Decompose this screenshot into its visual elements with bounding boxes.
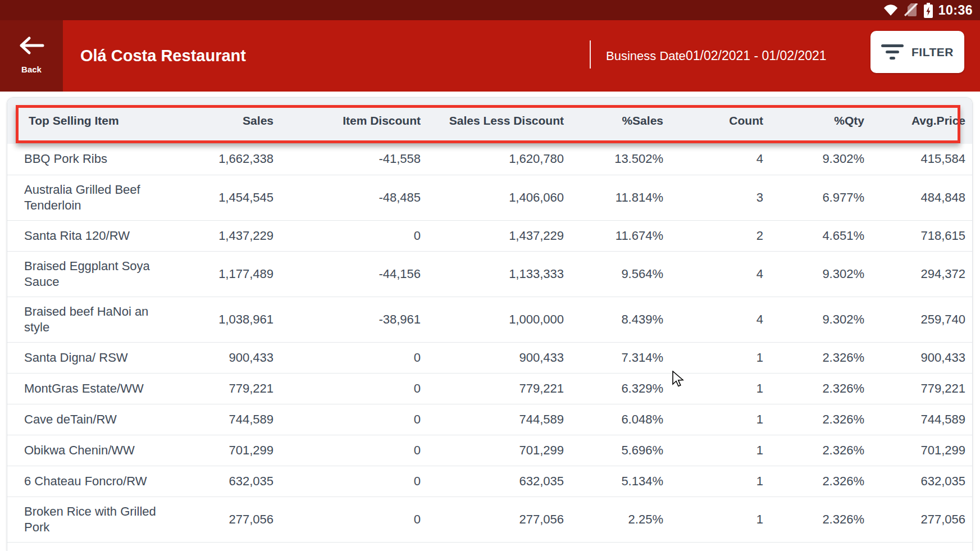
- value-cell: 6.329%: [572, 373, 671, 404]
- value-cell: 259,740: [872, 297, 973, 342]
- value-cell: 1,437,229: [181, 220, 281, 251]
- business-date-label: Business Date: [606, 20, 686, 92]
- value-cell: 744,589: [181, 404, 281, 435]
- value-cell: 779,221: [181, 373, 281, 404]
- filter-icon: [881, 44, 904, 60]
- column-header--sales[interactable]: %Sales: [572, 98, 671, 144]
- table-row[interactable]: Santa Rita 120/RW1,437,22901,437,22911.6…: [7, 220, 973, 251]
- value-cell: 1,620,780: [429, 144, 572, 175]
- business-date-range[interactable]: 01/02/2021 - 01/02/2021: [686, 20, 827, 92]
- column-header--qty[interactable]: %Qty: [771, 98, 872, 144]
- value-cell: 9.564%: [572, 251, 671, 297]
- page-title: Olá Costa Restaurant: [80, 20, 246, 92]
- top-selling-items-table: Top Selling ItemSalesItem DiscountSales …: [7, 98, 973, 543]
- table-row[interactable]: Cave deTain/RW744,5890744,5896.048%12.32…: [7, 404, 973, 435]
- value-cell: 2.326%: [771, 342, 872, 373]
- value-cell: 632,035: [872, 466, 973, 497]
- table-row[interactable]: MontGras Estate/WW779,2210779,2216.329%1…: [7, 373, 973, 404]
- table-row[interactable]: Australia Grilled Beef Tenderloin1,454,5…: [7, 175, 973, 220]
- item-name-cell: Santa Rita 120/RW: [7, 220, 181, 251]
- value-cell: 11.674%: [572, 220, 671, 251]
- value-cell: 11.814%: [572, 175, 671, 220]
- table-row[interactable]: 6 Chateau Foncro/RW632,0350632,0355.134%…: [7, 466, 973, 497]
- value-cell: 13.502%: [572, 144, 671, 175]
- value-cell: 277,056: [181, 497, 281, 542]
- value-cell: 779,221: [872, 373, 973, 404]
- item-name-cell: BBQ Pork Ribs: [7, 144, 181, 175]
- value-cell: 6.048%: [572, 404, 671, 435]
- value-cell: 632,035: [181, 466, 281, 497]
- value-cell: 2.326%: [771, 466, 872, 497]
- value-cell: 4: [671, 251, 771, 297]
- value-cell: 0: [281, 466, 429, 497]
- value-cell: 277,056: [872, 497, 973, 542]
- value-cell: 1: [671, 435, 771, 466]
- table-row[interactable]: Braised Eggplant Soya Sauce1,177,489-44,…: [7, 251, 973, 297]
- value-cell: -41,558: [281, 144, 429, 175]
- value-cell: 0: [281, 342, 429, 373]
- column-header-top-selling-item[interactable]: Top Selling Item: [7, 98, 181, 144]
- value-cell: 744,589: [429, 404, 572, 435]
- value-cell: 1,133,333: [429, 251, 572, 297]
- value-cell: 5.696%: [572, 435, 671, 466]
- value-cell: 277,056: [429, 497, 572, 542]
- value-cell: 1: [671, 342, 771, 373]
- value-cell: 4: [671, 144, 771, 175]
- no-sim-icon: [904, 3, 918, 17]
- filter-button[interactable]: FILTER: [870, 31, 964, 73]
- table-row[interactable]: Broken Rice with Grilled Pork277,0560277…: [7, 497, 973, 542]
- table-row[interactable]: BBQ Pork Ribs1,662,338-41,5581,620,78013…: [7, 144, 973, 175]
- item-name-cell: 6 Chateau Foncro/RW: [7, 466, 181, 497]
- battery-charging-icon: [924, 3, 933, 18]
- item-name-cell: Cave deTain/RW: [7, 404, 181, 435]
- value-cell: 2.326%: [771, 373, 872, 404]
- value-cell: 1,454,545: [181, 175, 281, 220]
- filter-button-label: FILTER: [911, 45, 954, 59]
- back-arrow-icon: [17, 34, 46, 59]
- value-cell: 0: [281, 435, 429, 466]
- item-name-cell: Braised beef HaNoi an style: [7, 297, 181, 342]
- item-name-cell: Broken Rice with Grilled Pork: [7, 497, 181, 542]
- column-header-avg-price[interactable]: Avg.Price: [872, 98, 973, 144]
- value-cell: 900,433: [181, 342, 281, 373]
- item-name-cell: MontGras Estate/WW: [7, 373, 181, 404]
- value-cell: 1: [671, 373, 771, 404]
- value-cell: 900,433: [872, 342, 973, 373]
- value-cell: 744,589: [872, 404, 973, 435]
- value-cell: 1,000,000: [429, 297, 572, 342]
- value-cell: 484,848: [872, 175, 973, 220]
- column-header-count[interactable]: Count: [671, 98, 771, 144]
- value-cell: 1,177,489: [181, 251, 281, 297]
- table-row[interactable]: Braised beef HaNoi an style1,038,961-38,…: [7, 297, 973, 342]
- value-cell: 2.326%: [771, 497, 872, 542]
- value-cell: 2.326%: [771, 435, 872, 466]
- value-cell: 1,406,060: [429, 175, 572, 220]
- value-cell: 701,299: [429, 435, 572, 466]
- value-cell: 2.25%: [572, 497, 671, 542]
- table-header-row: Top Selling ItemSalesItem DiscountSales …: [7, 98, 973, 144]
- column-header-item-discount[interactable]: Item Discount: [281, 98, 429, 144]
- value-cell: 1,437,229: [429, 220, 572, 251]
- value-cell: 718,615: [872, 220, 973, 251]
- app-bar: Olá Costa Restaurant Business Date 01/02…: [0, 20, 980, 92]
- value-cell: 0: [281, 404, 429, 435]
- value-cell: 4.651%: [771, 220, 872, 251]
- status-bar: 10:36: [0, 0, 980, 20]
- value-cell: 2.326%: [771, 404, 872, 435]
- value-cell: 6.977%: [771, 175, 872, 220]
- value-cell: 1: [671, 404, 771, 435]
- value-cell: 9.302%: [771, 297, 872, 342]
- report-card: Top Selling ItemSalesItem DiscountSales …: [7, 97, 973, 551]
- value-cell: 294,372: [872, 251, 973, 297]
- value-cell: 701,299: [181, 435, 281, 466]
- column-header-sales-less-discount[interactable]: Sales Less Discount: [429, 98, 572, 144]
- value-cell: 3: [671, 175, 771, 220]
- back-button-label: Back: [21, 65, 42, 74]
- table-row[interactable]: Obikwa Chenin/WW701,2990701,2995.696%12.…: [7, 435, 973, 466]
- table-row[interactable]: Santa Digna/ RSW900,4330900,4337.314%12.…: [7, 342, 973, 373]
- value-cell: 2: [671, 220, 771, 251]
- value-cell: 0: [281, 220, 429, 251]
- value-cell: -38,961: [281, 297, 429, 342]
- column-header-sales[interactable]: Sales: [181, 98, 281, 144]
- item-name-cell: Santa Digna/ RSW: [7, 342, 181, 373]
